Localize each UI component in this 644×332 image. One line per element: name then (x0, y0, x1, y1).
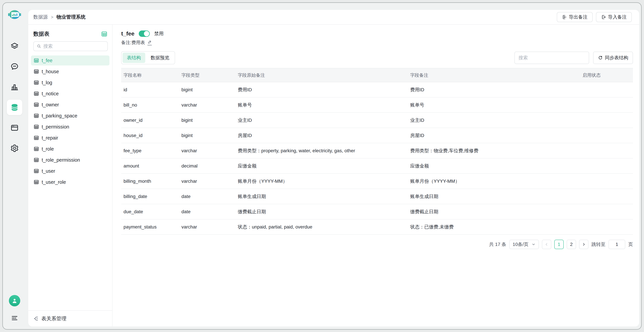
table-item-label: t_user (42, 168, 55, 174)
table-row: billing_month varchar 账单月份（YYYY-MM） 账单月份… (121, 174, 633, 189)
cell-comment: 账单号 (408, 102, 580, 108)
jump-page-input[interactable] (608, 240, 625, 249)
cell-field-type: bigint (179, 133, 236, 138)
table-row: id bigint 费用ID 费用ID (121, 82, 633, 98)
table-grid-icon[interactable] (101, 31, 108, 37)
sync-icon (598, 55, 603, 60)
cell-comment: 费用类型：物业费,车位费,维修费 (408, 148, 580, 154)
cell-field-name: billing_month (121, 179, 179, 184)
sidebar-search (33, 41, 108, 51)
table-icon (34, 124, 39, 130)
prev-page-button[interactable] (542, 240, 551, 249)
sidebar-item-t_role[interactable]: t_role (31, 144, 110, 154)
edit-remark-icon[interactable] (148, 40, 152, 45)
tab-data-preview[interactable]: 数据预览 (146, 53, 174, 63)
jump-label: 跳转至 (592, 241, 606, 248)
sidebar-item-t_user[interactable]: t_user (31, 166, 110, 176)
table-icon (34, 146, 39, 152)
sync-structure-button[interactable]: 同步表结构 (593, 52, 633, 64)
table-enabled-toggle[interactable] (139, 31, 150, 37)
topbar: 数据源 > 物业管理系统 导出备注 (28, 10, 639, 25)
sidebar-item-t_repair[interactable]: t_repair (31, 133, 110, 143)
page-size-select[interactable]: 10条/页 (509, 240, 539, 249)
table-row: amount decimal 应缴金额 应缴金额 (121, 158, 633, 174)
collapse-sidebar-icon[interactable] (10, 314, 19, 322)
table-item-label: t_fee (42, 58, 52, 63)
topbar-actions: 导出备注 导入备注 (557, 12, 632, 22)
cell-original-comment: 状态：unpaid, partial, paid, overdue (236, 224, 408, 230)
table-item-label: t_repair (42, 135, 58, 141)
table-icon (34, 80, 39, 85)
sidebar-item-t_owner[interactable]: t_owner (31, 100, 110, 110)
fields-table-body: id bigint 费用ID 费用ID bill_no varchar 账单号 … (121, 82, 633, 235)
cell-field-name: billing_date (121, 194, 179, 199)
import-comments-button[interactable]: 导入备注 (596, 12, 632, 22)
sidebar-item-t_house[interactable]: t_house (31, 67, 110, 77)
cell-field-type: date (179, 209, 236, 214)
main-area: t_fee 禁用 备注:费用表 表结构 数据预览 (112, 25, 639, 326)
fields-table-header: 字段名称 字段类型 字段原始备注 字段备注 启用状态 (121, 68, 633, 82)
cell-field-name: owner_id (121, 118, 179, 123)
sidebar-search-input[interactable] (43, 44, 104, 49)
chevron-left-icon (544, 242, 548, 246)
table-icon (34, 157, 39, 163)
window-icon[interactable] (7, 120, 22, 136)
sidebar-item-t_parking_space[interactable]: t_parking_space (31, 111, 110, 121)
total-count-label: 共 17 条 (489, 241, 506, 248)
cell-comment: 账单月份（YYYY-MM） (408, 178, 580, 184)
table-row: bill_no varchar 账单号 账单号 (121, 98, 633, 113)
cell-field-name: id (121, 87, 179, 93)
gear-icon[interactable] (7, 141, 22, 156)
search-icon (37, 44, 41, 49)
sidebar-item-t_role_permission[interactable]: t_role_permission (31, 155, 110, 165)
page-numbers: 12 (554, 240, 576, 249)
table-relations-label: 表关系管理 (41, 315, 66, 322)
export-button-label: 导出备注 (569, 14, 588, 20)
export-comments-button[interactable]: 导出备注 (557, 12, 592, 22)
cell-field-type: varchar (179, 148, 236, 153)
cell-original-comment: 业主ID (236, 117, 408, 123)
breadcrumb-current: 物业管理系统 (56, 14, 86, 21)
col-enabled: 启用状态 (580, 72, 633, 78)
table-icon (34, 58, 39, 63)
sidebar-item-t_fee[interactable]: t_fee (31, 56, 110, 66)
app-window: 数据源 > 物业管理系统 导出备注 (2, 2, 642, 330)
cell-field-type: bigint (179, 87, 236, 93)
bar-chart-icon[interactable] (7, 79, 22, 95)
table-icon (34, 168, 39, 174)
cell-field-type: varchar (179, 102, 236, 108)
fields-search-input[interactable] (518, 55, 585, 61)
table-list: t_fee t_house t_log t_notice (31, 56, 110, 188)
sidebar-item-t_log[interactable]: t_log (31, 78, 110, 88)
sidebar-item-t_permission[interactable]: t_permission (31, 122, 110, 132)
page-button-2[interactable]: 2 (567, 240, 576, 249)
cell-field-name: house_id (121, 133, 179, 138)
table-relations-button[interactable]: 表关系管理 (28, 310, 112, 326)
tables-sidebar: 数据表 (28, 25, 112, 326)
cell-original-comment: 缴费截止日期 (236, 209, 408, 215)
breadcrumb-root[interactable]: 数据源 (33, 14, 48, 21)
page-button-1[interactable]: 1 (554, 240, 564, 249)
layers-icon[interactable] (7, 38, 22, 54)
tab-table-structure[interactable]: 表结构 (122, 53, 145, 63)
cell-field-name: amount (121, 163, 179, 169)
cell-comment: 状态：已缴费,未缴费 (408, 224, 580, 230)
cell-field-name: fee_type (121, 148, 179, 153)
cell-comment: 账单生成日期 (408, 193, 580, 200)
sidebar-item-t_notice[interactable]: t_notice (31, 89, 110, 99)
table-row: owner_id bigint 业主ID 业主ID (121, 113, 633, 128)
database-icon[interactable] (7, 100, 22, 115)
cell-original-comment: 费用类型：property, parking, water, electrici… (236, 148, 408, 154)
table-item-label: t_user_role (42, 179, 66, 185)
cell-field-name: payment_status (121, 224, 179, 230)
table-item-label: t_permission (42, 124, 69, 130)
table-icon (34, 135, 39, 141)
table-icon (34, 179, 39, 185)
user-avatar[interactable] (9, 295, 20, 306)
sidebar-item-t_user_role[interactable]: t_user_role (31, 177, 110, 187)
chat-icon[interactable] (7, 59, 22, 74)
cell-field-name: bill_no (121, 102, 179, 108)
cell-comment: 房屋ID (408, 132, 580, 139)
col-comment: 字段备注 (408, 72, 580, 78)
next-page-button[interactable] (579, 240, 588, 249)
